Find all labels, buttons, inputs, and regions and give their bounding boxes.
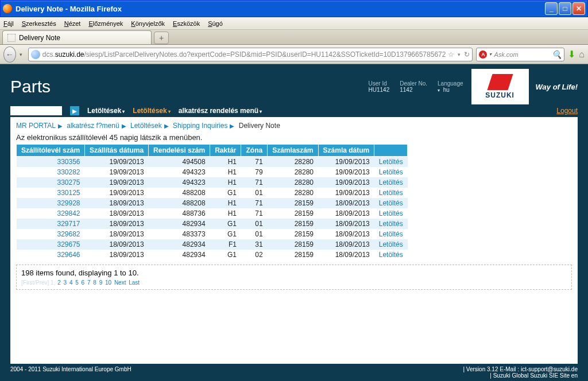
delivery-id[interactable]: 329682: [17, 229, 85, 239]
browser-navbar: ← ▾ dcs.suzuki.de/siesp/ListParcelDelive…: [0, 45, 588, 64]
page-footer: 2004 - 2011 Suzuki International Europe …: [0, 364, 588, 381]
pager-links: [First/Prev] 1, 2 3 4 5 6 7 8 9 10 Next …: [21, 279, 567, 286]
delivery-id[interactable]: 330125: [17, 188, 85, 198]
app-menu-row: ▶ Letöltések▾ Letöltések▾ alkatrész rend…: [0, 104, 588, 117]
menu-letoltesek-2[interactable]: Letöltések▾: [133, 107, 170, 115]
download-link[interactable]: Letöltés: [374, 188, 408, 198]
delivery-id[interactable]: 329842: [17, 208, 85, 219]
crumb-current: Delivery Note: [239, 122, 280, 130]
home-icon[interactable]: ⌂: [579, 49, 585, 60]
pager-page[interactable]: 2: [57, 279, 61, 286]
new-tab-button[interactable]: +: [154, 32, 169, 44]
table-row: 33012519/09/2013488208G1012828019/09/201…: [17, 188, 408, 198]
window-close-button[interactable]: ✕: [572, 2, 585, 15]
menu-bookmarks[interactable]: Könyvjelzők: [131, 20, 165, 27]
table-row: 33027519/09/2013494323H1712828019/09/201…: [17, 177, 408, 188]
table-row: 32971718/09/2013482934G1012815918/09/201…: [17, 219, 408, 229]
pager-page[interactable]: 5: [75, 279, 79, 286]
back-dropdown-icon[interactable]: ▾: [20, 52, 25, 57]
pager-page[interactable]: 4: [69, 279, 73, 286]
download-link[interactable]: Letöltés: [374, 177, 408, 188]
breadcrumb: MR PORTAL▶ alkatrész f?menü▶ Letöltések▶…: [16, 122, 572, 130]
info-text: Az elektronikus szállítólevél 45 napig l…: [16, 133, 572, 142]
col-header: Szállítás dátuma: [85, 145, 149, 157]
window-titlebar: Delivery Note - Mozilla Firefox _ □ ✕: [0, 0, 588, 17]
logout-link[interactable]: Logout: [556, 107, 578, 115]
delivery-id[interactable]: 329675: [17, 239, 85, 250]
pager-summary: 198 items found, displaying 1 to 10.: [21, 269, 567, 277]
delivery-id[interactable]: 329928: [17, 198, 85, 208]
pager-page[interactable]: 8: [93, 279, 96, 286]
download-link[interactable]: Letöltés: [374, 219, 408, 229]
reload-icon[interactable]: ↻: [464, 50, 470, 59]
window-title: Delivery Note - Mozilla Firefox: [16, 5, 545, 13]
suzuki-s-icon: [487, 74, 513, 90]
table-row: 32968218/09/2013483373G1012815918/09/201…: [17, 229, 408, 239]
search-box[interactable]: A ▾ Ask.com 🔍: [476, 48, 564, 61]
download-link[interactable]: Letöltés: [374, 167, 408, 177]
pager-next[interactable]: Next: [114, 279, 126, 286]
menu-letoltesek-1[interactable]: Letöltések▾: [87, 107, 125, 115]
download-link[interactable]: Letöltés: [374, 239, 408, 250]
col-header: Számla dátum: [318, 145, 374, 157]
table-row: 33028219/09/2013494323H1792828019/09/201…: [17, 167, 408, 177]
menu-tools[interactable]: Eszközök: [173, 20, 200, 27]
window-maximize-button[interactable]: □: [559, 2, 571, 15]
downloads-icon[interactable]: ⬇: [568, 49, 575, 60]
menu-history[interactable]: Előzmények: [88, 20, 123, 27]
slogan: Way of Life!: [536, 83, 578, 91]
browser-tab[interactable]: Delivery Note: [2, 30, 152, 44]
crumb-alkatresz[interactable]: alkatrész f?menü: [67, 122, 119, 130]
search-icon[interactable]: 🔍: [552, 50, 562, 59]
crumb-letoltesek[interactable]: Letöltések: [130, 122, 162, 130]
crumb-portal[interactable]: MR PORTAL: [16, 122, 56, 130]
crumb-shipping[interactable]: Shipping Inquiries: [173, 122, 227, 130]
delivery-id[interactable]: 330282: [17, 167, 85, 177]
url-bar[interactable]: dcs.suzuki.de/siesp/ListParcelDeliveryNo…: [28, 48, 473, 61]
delivery-id[interactable]: 330275: [17, 177, 85, 188]
col-header: Rendelési szám: [149, 145, 210, 157]
search-engine-dropdown-icon[interactable]: ▾: [489, 52, 492, 57]
browser-menubar: Fájl Szerkesztés Nézet Előzmények Könyvj…: [0, 17, 588, 30]
window-minimize-button[interactable]: _: [545, 2, 558, 15]
delivery-id[interactable]: 330356: [17, 157, 85, 168]
quick-search-go-button[interactable]: ▶: [70, 106, 79, 115]
download-link[interactable]: Letöltés: [374, 198, 408, 208]
browser-tabbar: Delivery Note +: [0, 30, 588, 45]
col-header: Számlaszám: [268, 145, 318, 157]
pager-page[interactable]: 9: [99, 279, 103, 286]
history-dropdown-icon[interactable]: ▾: [458, 52, 461, 57]
quick-search-input[interactable]: [10, 106, 62, 115]
delivery-table: Szállítólevél számSzállítás dátumaRendel…: [16, 144, 408, 260]
globe-icon: [31, 50, 40, 59]
delivery-id[interactable]: 329717: [17, 219, 85, 229]
page-icon: [7, 34, 16, 42]
pager-page[interactable]: 10: [105, 279, 111, 286]
download-link[interactable]: Letöltés: [374, 208, 408, 219]
pager-page[interactable]: 7: [87, 279, 91, 286]
table-row: 32984218/09/2013488736H1712815918/09/201…: [17, 208, 408, 219]
pager-last[interactable]: Last: [129, 279, 140, 286]
menu-edit[interactable]: Szerkesztés: [22, 20, 56, 27]
language-dropdown[interactable]: ▾ hu: [438, 87, 463, 93]
pager-page[interactable]: 6: [82, 279, 85, 286]
menu-view[interactable]: Nézet: [64, 20, 81, 27]
pager-page[interactable]: 3: [64, 279, 67, 286]
page-header: Parts User IdHU1142 Dealer No.1142 Langu…: [0, 64, 588, 104]
header-meta: User IdHU1142 Dealer No.1142 Language▾ h…: [369, 80, 463, 93]
menu-help[interactable]: Súgó: [208, 20, 223, 27]
search-placeholder: Ask.com: [494, 51, 550, 58]
download-link[interactable]: Letöltés: [374, 250, 408, 260]
content: MR PORTAL▶ alkatrész f?menü▶ Letöltések▶…: [10, 117, 578, 364]
col-header: [374, 145, 408, 157]
bookmark-star-icon[interactable]: ☆: [448, 50, 454, 59]
delivery-id[interactable]: 329646: [17, 250, 85, 260]
table-row: 32992818/09/2013488208H1712815918/09/201…: [17, 198, 408, 208]
menu-alkatresz[interactable]: alkatrész rendelés menü▾: [179, 107, 262, 115]
download-link[interactable]: Letöltés: [374, 229, 408, 239]
download-link[interactable]: Letöltés: [374, 157, 408, 168]
back-button[interactable]: ←: [3, 46, 16, 63]
col-header: Zóna: [241, 145, 268, 157]
suzuki-logo: SUZUKI: [471, 69, 529, 104]
menu-file[interactable]: Fájl: [3, 20, 14, 27]
